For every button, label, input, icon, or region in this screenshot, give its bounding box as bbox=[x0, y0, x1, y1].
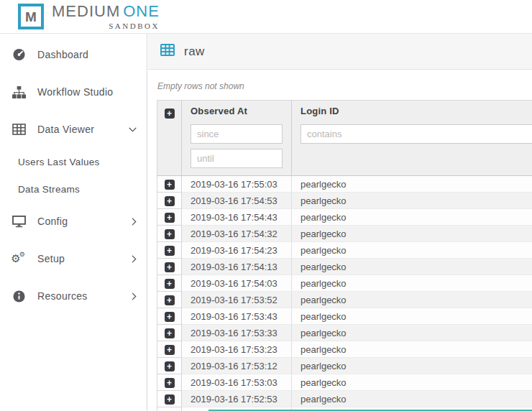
page-header: raw bbox=[148, 34, 532, 70]
expand-row-button[interactable]: + bbox=[165, 262, 175, 272]
expand-row-cell: + bbox=[157, 226, 182, 242]
empty-rows-note: Empty rows not shown bbox=[148, 70, 532, 100]
table-row: + 2019-03-16 17:53:33 pearlgecko bbox=[157, 325, 532, 341]
sidebar-item-config[interactable]: Config bbox=[0, 203, 147, 240]
expand-row-button[interactable]: + bbox=[165, 196, 175, 206]
table-header-row: + Observed At Login ID bbox=[157, 101, 532, 176]
expand-row-cell: + bbox=[157, 209, 182, 226]
expand-row-cell: + bbox=[157, 275, 182, 292]
observed-at-cell: 2019-03-16 17:54:13 bbox=[182, 259, 292, 275]
expand-row-cell: + bbox=[157, 176, 182, 193]
table-row: + 2019-03-16 17:54:32 pearlgecko bbox=[157, 226, 532, 242]
table-row: + 2019-03-16 17:52:53 pearlgecko bbox=[157, 391, 532, 407]
sidebar-item-resources[interactable]: Resources bbox=[0, 277, 147, 315]
table-icon bbox=[10, 124, 27, 135]
sidebar-nav: Dashboard Workflow Studio Data Viewer Us… bbox=[0, 34, 147, 411]
brand-name-secondary: ONE bbox=[123, 2, 160, 20]
sidebar-subitem-label: Data Streams bbox=[18, 184, 80, 195]
expand-row-button[interactable]: + bbox=[165, 345, 175, 355]
login-id-cell: pearlgecko bbox=[292, 325, 532, 341]
login-id-cell: pearlgecko bbox=[292, 176, 532, 193]
login-id-cell: pearlgecko bbox=[292, 259, 532, 275]
table-row: + 2019-03-16 17:54:53 pearlgecko bbox=[157, 193, 532, 209]
table-row: + 2019-03-16 17:53:03 pearlgecko bbox=[157, 374, 532, 391]
table-row: + 2019-03-16 17:53:52 pearlgecko bbox=[157, 292, 532, 308]
expand-row-button[interactable]: + bbox=[165, 328, 175, 338]
sidebar-item-data-viewer[interactable]: Data Viewer bbox=[0, 111, 147, 148]
sidebar-item-setup[interactable]: ⚙⚙ Setup bbox=[0, 240, 147, 277]
expand-row-button[interactable]: + bbox=[165, 180, 175, 190]
expand-row-button[interactable]: + bbox=[165, 361, 175, 371]
table-row: + 2019-03-16 17:55:03 pearlgecko bbox=[157, 176, 532, 193]
until-filter-input[interactable] bbox=[191, 149, 283, 168]
expand-row-cell: + bbox=[157, 374, 182, 391]
contains-filter-input[interactable] bbox=[301, 124, 532, 144]
login-id-cell: pearlgecko bbox=[292, 374, 532, 391]
expand-row-button[interactable]: + bbox=[165, 295, 175, 305]
observed-at-cell: 2019-03-16 17:54:43 bbox=[182, 209, 292, 226]
table-row: + 2019-03-16 17:54:23 pearlgecko bbox=[157, 242, 532, 259]
expand-all-cell: + bbox=[157, 101, 182, 176]
expand-row-cell: + bbox=[157, 292, 182, 308]
app-window: M MEDIUMONE SANDBOX Dashboard Workflow S… bbox=[0, 0, 532, 411]
observed-at-cell: 2019-03-16 17:55:03 bbox=[182, 176, 292, 193]
expand-row-button[interactable]: + bbox=[165, 229, 175, 239]
login-id-cell: pearlgecko bbox=[292, 341, 532, 358]
sidebar-item-data-streams[interactable]: Data Streams bbox=[0, 175, 147, 203]
expand-row-cell: + bbox=[157, 242, 182, 259]
sitemap-icon bbox=[10, 86, 27, 98]
expand-row-cell: + bbox=[157, 358, 182, 374]
observed-at-cell: 2019-03-16 17:53:52 bbox=[182, 292, 292, 308]
login-id-header-cell: Login ID bbox=[292, 101, 532, 176]
raw-events-table: + Observed At Login ID + 2019-03-16 bbox=[157, 100, 532, 411]
observed-at-cell: 2019-03-16 17:54:32 bbox=[182, 226, 292, 242]
expand-row-button[interactable]: + bbox=[165, 378, 175, 388]
login-id-cell: pearlgecko bbox=[292, 391, 532, 407]
table-row: + 2019-03-16 17:54:13 pearlgecko bbox=[157, 259, 532, 275]
page-title: raw bbox=[184, 45, 205, 59]
since-filter-input[interactable] bbox=[191, 124, 283, 144]
brand-wordmark: MEDIUMONE SANDBOX bbox=[52, 3, 160, 29]
sidebar-item-workflow-studio[interactable]: Workflow Studio bbox=[0, 73, 147, 111]
column-header-observed-at: Observed At bbox=[191, 106, 283, 116]
table-row: + 2019-03-16 17:54:43 pearlgecko bbox=[157, 209, 532, 226]
observed-at-cell: 2019-03-16 17:53:33 bbox=[182, 325, 292, 341]
observed-at-cell: 2019-03-16 17:54:23 bbox=[182, 242, 292, 259]
observed-at-cell: 2019-03-16 17:54:03 bbox=[182, 275, 292, 292]
sidebar-item-label: Data Viewer bbox=[37, 124, 125, 135]
top-bar: M MEDIUMONE SANDBOX bbox=[0, 0, 532, 34]
brand-name-primary: MEDIUM bbox=[52, 2, 120, 20]
login-id-cell: pearlgecko bbox=[292, 193, 532, 209]
logo-letter: M bbox=[25, 10, 37, 24]
expand-all-button[interactable]: + bbox=[165, 108, 175, 119]
observed-at-cell: 2019-03-16 17:53:43 bbox=[182, 308, 292, 325]
sidebar-item-label: Dashboard bbox=[37, 49, 137, 60]
chevron-right-icon bbox=[125, 218, 137, 226]
login-id-cell: pearlgecko bbox=[292, 209, 532, 226]
table-body: + 2019-03-16 17:55:03 pearlgecko + 2019-… bbox=[157, 176, 532, 411]
sidebar-item-dashboard[interactable]: Dashboard bbox=[0, 36, 147, 73]
expand-row-button[interactable]: + bbox=[165, 213, 175, 223]
sidebar-item-users-last-values[interactable]: Users Last Values bbox=[0, 148, 147, 175]
expand-row-cell: + bbox=[157, 341, 182, 358]
monitor-icon bbox=[10, 216, 27, 228]
expand-row-button[interactable]: + bbox=[165, 394, 175, 405]
expand-row-cell: + bbox=[157, 325, 182, 341]
login-id-cell: pearlgecko bbox=[292, 242, 532, 259]
expand-row-cell: + bbox=[157, 407, 182, 411]
expand-row-button[interactable]: + bbox=[165, 279, 175, 289]
brand-name: MEDIUMONE bbox=[52, 3, 160, 20]
expand-row-button[interactable]: + bbox=[165, 246, 175, 256]
observed-at-cell: 2019-03-16 17:54:53 bbox=[182, 193, 292, 209]
observed-at-cell: 2019-03-16 17:53:12 bbox=[182, 358, 292, 374]
info-icon bbox=[10, 290, 27, 303]
main-content: raw Empty rows not shown + Observed At L… bbox=[148, 34, 532, 411]
observed-at-header-cell: Observed At bbox=[182, 101, 292, 176]
login-id-cell: pearlgecko bbox=[292, 275, 532, 292]
sidebar-subitem-label: Users Last Values bbox=[18, 157, 100, 167]
expand-row-cell: + bbox=[157, 193, 182, 209]
expand-row-button[interactable]: + bbox=[165, 312, 175, 322]
sidebar-item-label: Resources bbox=[37, 290, 125, 302]
brand-logo-icon[interactable]: M bbox=[18, 4, 44, 29]
table-row: + 2019-03-16 17:53:12 pearlgecko bbox=[157, 358, 532, 374]
